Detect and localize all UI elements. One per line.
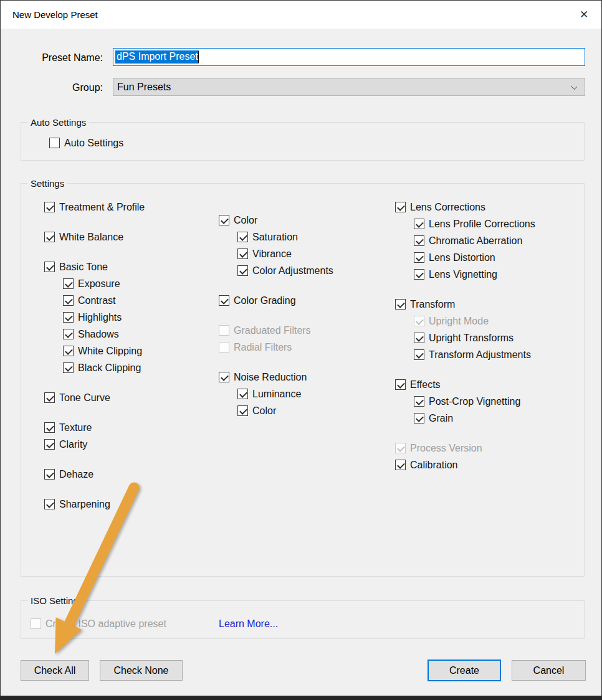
checkbox-graduated-filters: Graduated Filters: [219, 322, 333, 339]
checkbox-label: Basic Tone: [59, 262, 108, 273]
checkbox-white-balance[interactable]: White Balance: [44, 229, 145, 245]
checkbox-label: Tone Curve: [59, 392, 110, 404]
checked-checkbox-icon[interactable]: [237, 232, 248, 242]
checkbox-auto-settings[interactable]: Auto Settings: [49, 135, 123, 151]
checked-checkbox-icon[interactable]: [395, 299, 406, 310]
checkbox-texture[interactable]: Texture: [44, 419, 145, 436]
checked-checkbox-icon[interactable]: [237, 389, 248, 399]
checked-checkbox-icon[interactable]: [414, 349, 424, 360]
checked-checkbox-icon[interactable]: [395, 202, 406, 212]
checked-checkbox-icon[interactable]: [219, 372, 229, 382]
checked-checkbox-icon[interactable]: [237, 405, 248, 416]
checkbox-contrast[interactable]: Contrast: [63, 292, 145, 309]
checked-checkbox-icon[interactable]: [414, 235, 424, 246]
checkbox-chromatic-aberration[interactable]: Chromatic Aberration: [414, 232, 535, 249]
checkbox-color-grading[interactable]: Color Grading: [219, 292, 333, 309]
checkbox-lens-distortion[interactable]: Lens Distortion: [414, 249, 535, 266]
create-button[interactable]: Create: [428, 660, 501, 681]
unchecked-checkbox-icon[interactable]: [49, 138, 60, 148]
checked-checkbox-icon[interactable]: [63, 329, 74, 339]
checkbox-group: Sharpening: [44, 496, 145, 513]
checked-checkbox-icon[interactable]: [63, 346, 74, 356]
checkbox-grain[interactable]: Grain: [414, 410, 535, 427]
check-none-button[interactable]: Check None: [100, 660, 183, 681]
checked-checkbox-icon[interactable]: [63, 278, 74, 289]
checkbox-treatment-profile[interactable]: Treatment & Profile: [44, 199, 145, 215]
checked-checkbox-icon[interactable]: [237, 248, 248, 259]
group-dropdown[interactable]: Fun Presets: [113, 78, 585, 96]
checkbox-label: Lens Distortion: [429, 252, 495, 263]
checkbox-sharpening[interactable]: Sharpening: [44, 496, 145, 513]
checkbox-tone-curve[interactable]: Tone Curve: [44, 389, 145, 406]
checked-checkbox-icon[interactable]: [63, 312, 74, 323]
checkbox-label: Lens Profile Corrections: [429, 219, 535, 230]
close-icon[interactable]: ✕: [574, 5, 594, 24]
checked-checkbox-icon[interactable]: [219, 295, 229, 306]
checkbox-upright-transforms[interactable]: Upright Transforms: [414, 329, 535, 346]
cancel-button[interactable]: Cancel: [512, 660, 586, 681]
settings-groupbox: Settings Treatment & ProfileWhite Balanc…: [21, 183, 585, 577]
preset-name-input[interactable]: dPS Import Preset: [113, 48, 585, 66]
checkbox-noise-reduction[interactable]: Noise Reduction: [219, 369, 333, 385]
checkbox-basic-tone[interactable]: Basic Tone: [44, 258, 145, 275]
checkbox-calibration[interactable]: Calibration: [395, 456, 535, 473]
checked-checkbox-icon[interactable]: [63, 295, 74, 306]
checked-checkbox-icon[interactable]: [414, 413, 424, 423]
checkbox-exposure[interactable]: Exposure: [63, 275, 145, 292]
checkbox-post-crop-vignetting[interactable]: Post-Crop Vignetting: [414, 393, 535, 410]
checkbox-lens-vignetting[interactable]: Lens Vignetting: [414, 266, 535, 283]
checked-checkbox-icon[interactable]: [414, 333, 424, 343]
checked-checkbox-icon[interactable]: [395, 379, 406, 390]
checkbox-color-adjustments[interactable]: Color Adjustments: [237, 262, 333, 279]
checkbox-group: EffectsPost-Crop VignettingGrain: [395, 376, 535, 427]
checked-checkbox-icon[interactable]: [44, 262, 55, 272]
iso-setting-groupbox: ISO Setting Create ISO adaptive preset L…: [21, 600, 585, 639]
check-all-button[interactable]: Check All: [21, 660, 89, 681]
checked-checkbox-icon[interactable]: [44, 232, 55, 242]
checked-checkbox-icon[interactable]: [414, 219, 424, 229]
preset-name-label: Preset Name:: [1, 52, 103, 64]
checkbox-label: Auto Settings: [64, 138, 123, 149]
checkbox-white-clipping[interactable]: White Clipping: [63, 343, 145, 359]
checkbox-label: Graduated Filters: [234, 325, 311, 336]
checked-checkbox-icon[interactable]: [414, 269, 424, 280]
checked-checkbox-icon[interactable]: [44, 422, 55, 433]
checkbox-label: Upright Transforms: [429, 333, 514, 344]
learn-more-link[interactable]: Learn More...: [219, 618, 278, 630]
checkbox-highlights[interactable]: Highlights: [63, 309, 145, 326]
checkbox-lens-profile-corrections[interactable]: Lens Profile Corrections: [414, 215, 535, 232]
checkbox-dehaze[interactable]: Dehaze: [44, 466, 145, 483]
checked-checkbox-icon[interactable]: [44, 469, 55, 480]
checkbox-label: Sharpening: [59, 499, 110, 510]
checkbox-transform[interactable]: Transform: [395, 296, 535, 313]
preset-name-selected-text: dPS Import Preset: [115, 50, 199, 64]
checked-checkbox-icon[interactable]: [63, 362, 74, 373]
checkbox-color[interactable]: Color: [237, 402, 333, 419]
checked-checkbox-icon[interactable]: [219, 215, 229, 225]
checkbox-label: Color: [252, 405, 276, 417]
checked-checkbox-icon[interactable]: [395, 460, 406, 470]
checked-checkbox-icon[interactable]: [44, 202, 55, 212]
checkbox-saturation[interactable]: Saturation: [237, 229, 333, 245]
dialog-title: New Develop Preset: [12, 9, 98, 20]
checkbox-label: Transform Adjustments: [429, 349, 531, 361]
unchecked-checkbox-icon: [219, 342, 229, 352]
checkbox-transform-adjustments[interactable]: Transform Adjustments: [414, 346, 535, 363]
checkbox-black-clipping[interactable]: Black Clipping: [63, 359, 145, 376]
checkbox-vibrance[interactable]: Vibrance: [237, 245, 333, 262]
checked-checkbox-icon[interactable]: [44, 499, 55, 509]
checkbox-lens-corrections[interactable]: Lens Corrections: [395, 199, 535, 215]
checked-checkbox-icon[interactable]: [414, 396, 424, 407]
checkbox-label: Texture: [59, 422, 92, 433]
checked-checkbox-icon[interactable]: [414, 252, 424, 263]
checkbox-group: TextureClarity: [44, 419, 145, 453]
checkbox-clarity[interactable]: Clarity: [44, 436, 145, 453]
checked-checkbox-icon[interactable]: [44, 392, 55, 403]
new-develop-preset-dialog: New Develop Preset ✕ Preset Name: dPS Im…: [0, 0, 602, 696]
checkbox-effects[interactable]: Effects: [395, 376, 535, 393]
checkbox-luminance[interactable]: Luminance: [237, 385, 333, 402]
checked-checkbox-icon[interactable]: [44, 439, 55, 450]
checkbox-color[interactable]: Color: [219, 212, 333, 229]
checked-checkbox-icon[interactable]: [237, 265, 248, 276]
checkbox-shadows[interactable]: Shadows: [63, 326, 145, 343]
